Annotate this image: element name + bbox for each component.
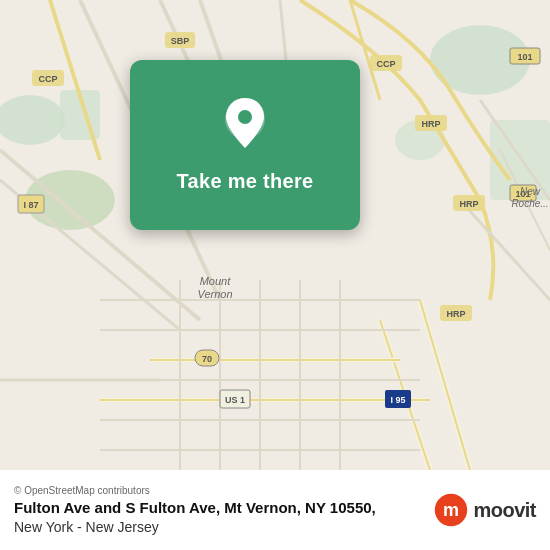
svg-text:HRP: HRP [421,119,440,129]
svg-text:Vernon: Vernon [197,288,232,300]
location-title: Fulton Ave and S Fulton Ave, Mt Vernon, … [14,498,433,518]
location-subtitle: New York - New Jersey [14,519,433,535]
bottom-info: © OpenStreetMap contributors Fulton Ave … [14,485,433,536]
svg-point-67 [238,110,252,124]
svg-text:I 95: I 95 [390,395,405,405]
svg-text:m: m [443,500,459,520]
svg-text:CCP: CCP [38,74,57,84]
moovit-logo: m moovit [433,492,536,528]
map-container: HRP HRP HRP CCP CCP SBP I 87 70 US 1 I 9… [0,0,550,470]
moovit-icon: m [433,492,469,528]
svg-text:70: 70 [202,354,212,364]
svg-text:Roche...: Roche... [511,198,548,209]
svg-text:CCP: CCP [376,59,395,69]
svg-text:HRP: HRP [459,199,478,209]
svg-text:New: New [520,186,541,197]
location-panel: Take me there [130,60,360,230]
moovit-text: moovit [473,499,536,522]
svg-text:I 87: I 87 [23,200,38,210]
pin-icon [220,94,270,154]
svg-text:US 1: US 1 [225,395,245,405]
bottom-bar: © OpenStreetMap contributors Fulton Ave … [0,470,550,550]
svg-text:SBP: SBP [171,36,190,46]
attribution-text: © OpenStreetMap contributors [14,485,433,496]
svg-text:Mount: Mount [200,275,232,287]
svg-text:101: 101 [517,52,532,62]
svg-text:HRP: HRP [446,309,465,319]
take-me-there-button[interactable]: Take me there [169,166,322,197]
